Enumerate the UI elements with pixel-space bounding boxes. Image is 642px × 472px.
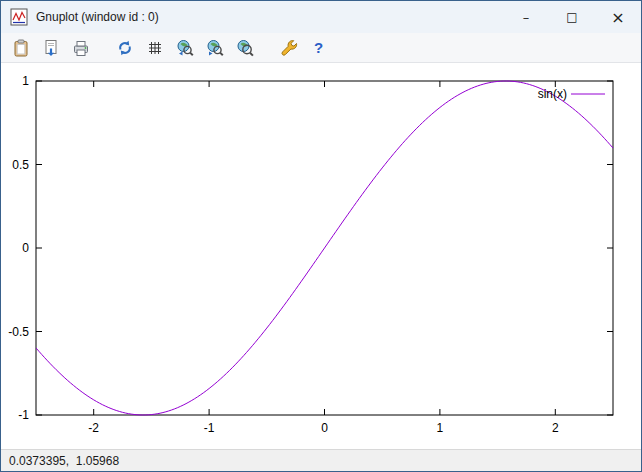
save-button[interactable]: [37, 35, 64, 61]
gnuplot-window-icon: [10, 8, 28, 26]
wrench-icon: [279, 38, 299, 58]
x-tick-label: 1: [437, 421, 444, 435]
statusbar: 0.0373395, 1.05968: [1, 449, 641, 471]
toolbar: ?: [1, 33, 641, 63]
y-tick-label: 1: [22, 74, 29, 88]
grid-icon: [145, 38, 165, 58]
series-line: [36, 81, 613, 415]
y-tick-label: -1: [18, 408, 29, 422]
toggle-grid-button[interactable]: [141, 35, 168, 61]
zoom-previous-icon: [175, 38, 195, 58]
zoom-next-icon: [205, 38, 225, 58]
replot-icon: [115, 38, 135, 58]
help-icon: ?: [314, 39, 323, 56]
help-button[interactable]: ?: [305, 35, 332, 61]
window-controls: – □ ×: [503, 1, 641, 33]
printer-icon: [71, 38, 91, 58]
x-tick-label: -2: [88, 421, 99, 435]
zoom-previous-button[interactable]: [171, 35, 198, 61]
titlebar[interactable]: Gnuplot (window id : 0) – □ ×: [1, 1, 641, 33]
close-button[interactable]: ×: [595, 1, 641, 33]
x-tick-label: 2: [552, 421, 559, 435]
y-tick-label: 0: [22, 241, 29, 255]
zoom-next-button[interactable]: [201, 35, 228, 61]
toolbar-separator: [97, 35, 108, 61]
gnuplot-window: Gnuplot (window id : 0) – □ ×: [0, 0, 642, 472]
print-button[interactable]: [67, 35, 94, 61]
minimize-button[interactable]: –: [503, 1, 549, 33]
toolbar-separator: [261, 35, 272, 61]
clipboard-icon: [11, 38, 31, 58]
unzoom-button[interactable]: [231, 35, 258, 61]
x-tick-label: 0: [321, 421, 328, 435]
replot-button[interactable]: [111, 35, 138, 61]
window-title: Gnuplot (window id : 0): [36, 10, 159, 24]
plot-area[interactable]: -2-1012-1-0.500.51sin(x): [1, 63, 641, 449]
save-icon: [41, 38, 61, 58]
maximize-button[interactable]: □: [549, 1, 595, 33]
mouse-coordinates: 0.0373395, 1.05968: [9, 454, 119, 468]
y-tick-label: 0.5: [12, 158, 29, 172]
x-tick-label: -1: [204, 421, 215, 435]
copy-clipboard-button[interactable]: [7, 35, 34, 61]
legend-label: sin(x): [538, 87, 567, 101]
unzoom-icon: [235, 38, 255, 58]
y-tick-label: -0.5: [8, 325, 29, 339]
configure-button[interactable]: [275, 35, 302, 61]
sine-plot-canvas[interactable]: -2-1012-1-0.500.51sin(x): [1, 63, 641, 449]
